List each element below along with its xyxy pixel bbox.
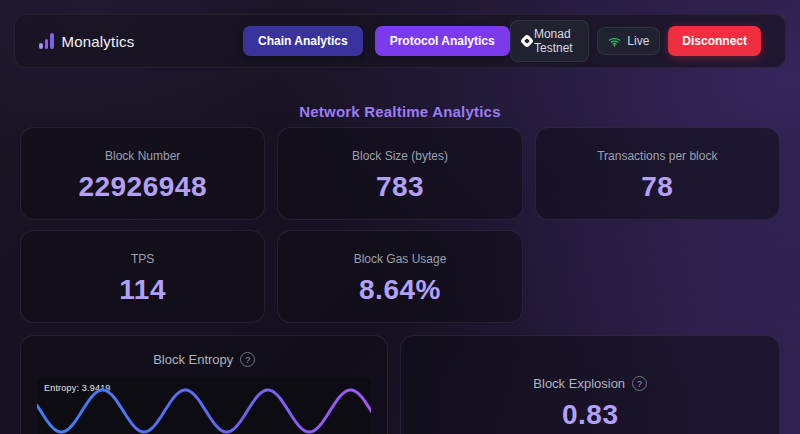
navbar-left: Monalytics (39, 33, 243, 50)
entropy-wave-line (37, 390, 371, 432)
block-entropy-title: Block Entropy (153, 352, 233, 367)
stat-value: 78 (641, 171, 673, 203)
wifi-icon (608, 35, 621, 48)
disconnect-button[interactable]: Disconnect (668, 26, 761, 56)
live-status-badge: Live (597, 27, 660, 55)
network-badge[interactable]: Monad Testnet (510, 20, 590, 62)
stat-label: Transactions per block (597, 149, 717, 163)
stat-value: 22926948 (78, 171, 207, 203)
stat-label: Block Number (105, 149, 180, 163)
block-explosion-title-row: Block Explosion ? (417, 376, 763, 391)
protocol-analytics-button[interactable]: Protocol Analytics (375, 26, 510, 56)
stat-value: 783 (376, 171, 424, 203)
block-gas-usage-card: Block Gas Usage 8.64% (277, 230, 522, 323)
stat-value: 114 (119, 274, 166, 306)
stat-label: Block Gas Usage (354, 252, 447, 266)
stats-grid: Block Number 22926948 Block Size (bytes)… (20, 127, 780, 323)
block-explosion-value: 0.83 (417, 399, 763, 431)
live-badge-label: Live (627, 34, 649, 48)
brand-logo[interactable]: Monalytics (39, 33, 134, 50)
stat-label: Block Size (bytes) (352, 149, 448, 163)
bar-chart-logo-icon (39, 33, 54, 49)
transactions-per-block-card: Transactions per block 78 (535, 127, 780, 220)
page-title: Network Realtime Analytics (20, 103, 780, 120)
stat-value: 8.64% (359, 274, 441, 306)
block-size-card: Block Size (bytes) 783 (277, 127, 522, 220)
tps-card: TPS 114 (20, 230, 265, 323)
block-explosion-card: Block Explosion ? 0.83 (400, 335, 780, 434)
block-explosion-title: Block Explosion (533, 376, 625, 391)
brand-name: Monalytics (62, 33, 135, 50)
navbar: Monalytics Chain Analytics Protocol Anal… (14, 14, 786, 68)
navbar-right: Monad Testnet Live Disconnect (510, 20, 761, 62)
help-icon[interactable]: ? (632, 376, 647, 391)
network-badge-label: Monad Testnet (534, 27, 578, 55)
navbar-tabs: Chain Analytics Protocol Analytics (243, 26, 510, 56)
block-entropy-title-row: Block Entropy ? (37, 352, 371, 367)
block-entropy-card: Block Entropy ? Entropy: 3.9419 (20, 335, 388, 434)
monad-logo-icon (521, 35, 528, 48)
bottom-grid: Block Entropy ? Entropy: 3.9419 Block Ex… (20, 335, 780, 434)
entropy-wave-svg (37, 378, 371, 434)
main-content: Network Realtime Analytics Block Number … (20, 103, 780, 434)
chain-analytics-button[interactable]: Chain Analytics (243, 26, 363, 56)
entropy-chart: Entropy: 3.9419 (37, 378, 371, 434)
help-icon[interactable]: ? (240, 352, 255, 367)
stat-label: TPS (131, 252, 154, 266)
block-number-card: Block Number 22926948 (20, 127, 265, 220)
